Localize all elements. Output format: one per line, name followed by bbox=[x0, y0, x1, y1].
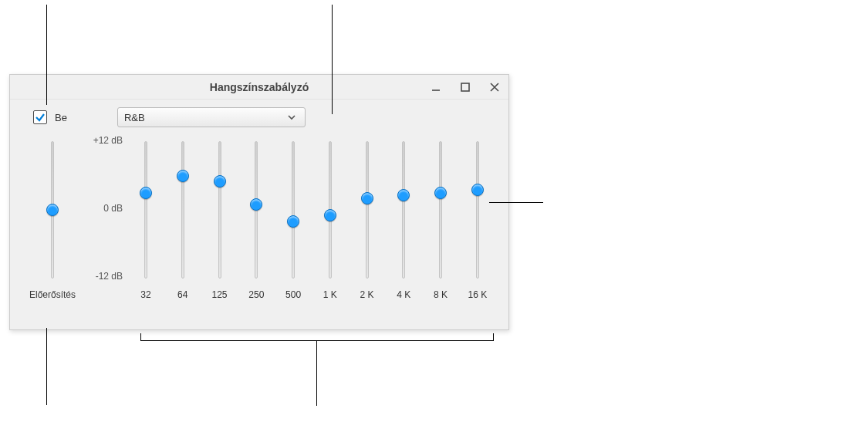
slider-thumb[interactable] bbox=[434, 187, 447, 199]
callout-line bbox=[46, 328, 47, 405]
slider-thumb[interactable] bbox=[287, 215, 299, 228]
slider-track bbox=[402, 141, 405, 279]
eq-band: 250 bbox=[241, 132, 272, 300]
window-controls bbox=[427, 75, 504, 100]
slider-track bbox=[439, 141, 442, 279]
eq-band: 8 K bbox=[425, 132, 456, 300]
slider-thumb[interactable] bbox=[397, 189, 410, 201]
slider-track bbox=[476, 141, 479, 279]
band-slider[interactable] bbox=[212, 137, 228, 283]
band-frequency-label: 250 bbox=[248, 289, 264, 300]
slider-thumb[interactable] bbox=[361, 192, 373, 204]
slider-thumb[interactable] bbox=[324, 209, 336, 221]
band-slider[interactable] bbox=[433, 137, 448, 283]
scale-top: +12 dB bbox=[93, 135, 123, 146]
eq-band: 32 bbox=[130, 132, 161, 300]
scale-mid: 0 dB bbox=[103, 203, 123, 214]
slider-thumb[interactable] bbox=[140, 187, 152, 199]
band-slider[interactable] bbox=[323, 137, 338, 283]
slider-thumb[interactable] bbox=[250, 198, 262, 211]
band-slider[interactable] bbox=[470, 137, 485, 283]
slider-track bbox=[366, 141, 369, 279]
preamp-slider[interactable] bbox=[45, 137, 60, 283]
enable-label: Be bbox=[55, 112, 67, 123]
preset-dropdown[interactable]: R&B bbox=[117, 107, 306, 127]
preset-selected: R&B bbox=[124, 112, 285, 123]
eq-band: 4 K bbox=[388, 132, 419, 300]
band-frequency-label: 2 K bbox=[360, 289, 374, 300]
slider-track bbox=[181, 141, 184, 279]
band-frequency-label: 125 bbox=[212, 289, 228, 300]
band-slider[interactable] bbox=[396, 137, 411, 283]
band-slider[interactable] bbox=[360, 137, 375, 283]
equalizer-window: Hangszínszabályzó Be R&B bbox=[9, 74, 509, 330]
titlebar: Hangszínszabályzó bbox=[10, 75, 508, 100]
band-frequency-label: 4 K bbox=[397, 289, 410, 300]
band-frequency-label: 32 bbox=[140, 289, 150, 300]
chevron-down-icon bbox=[285, 112, 299, 123]
callout-line bbox=[46, 5, 47, 105]
band-frequency-label: 64 bbox=[177, 289, 187, 300]
band-frequency-label: 16 K bbox=[468, 289, 488, 300]
slider-track bbox=[144, 141, 147, 279]
window-title: Hangszínszabályzó bbox=[210, 81, 309, 93]
band-frequency-label: 8 K bbox=[434, 289, 448, 300]
slider-thumb[interactable] bbox=[214, 175, 226, 187]
enable-checkbox[interactable] bbox=[33, 110, 47, 124]
band-frequency-label: 1 K bbox=[323, 289, 337, 300]
band-slider[interactable] bbox=[175, 137, 191, 283]
eq-band: 16 K bbox=[462, 132, 493, 300]
eq-band: 500 bbox=[278, 132, 309, 300]
preamp-label: Előerősítés bbox=[29, 289, 76, 300]
eq-band: 1 K bbox=[315, 132, 346, 300]
callout-line bbox=[316, 341, 317, 406]
minimize-button[interactable] bbox=[427, 78, 445, 96]
band-slider[interactable] bbox=[248, 137, 264, 283]
callout-line bbox=[332, 5, 333, 114]
maximize-button[interactable] bbox=[456, 78, 475, 96]
band-slider[interactable] bbox=[138, 137, 154, 283]
slider-thumb[interactable] bbox=[471, 184, 484, 196]
eq-band: 125 bbox=[204, 132, 235, 300]
slider-thumb[interactable] bbox=[46, 204, 59, 216]
db-scale: +12 dB 0 dB -12 dB bbox=[79, 132, 127, 300]
eq-band: 64 bbox=[167, 132, 198, 300]
close-button[interactable] bbox=[485, 78, 504, 96]
callout-line bbox=[489, 202, 543, 203]
scale-bottom: -12 dB bbox=[96, 271, 123, 282]
svg-rect-0 bbox=[461, 83, 469, 91]
eq-band: 2 K bbox=[352, 132, 383, 300]
slider-track bbox=[218, 141, 221, 279]
band-slider[interactable] bbox=[285, 137, 301, 283]
callout-bracket bbox=[140, 333, 494, 341]
slider-track bbox=[292, 141, 295, 279]
band-frequency-label: 500 bbox=[285, 289, 301, 300]
eq-bands: 32641252505001 K2 K4 K8 K16 K bbox=[127, 132, 496, 300]
slider-thumb[interactable] bbox=[177, 170, 189, 182]
